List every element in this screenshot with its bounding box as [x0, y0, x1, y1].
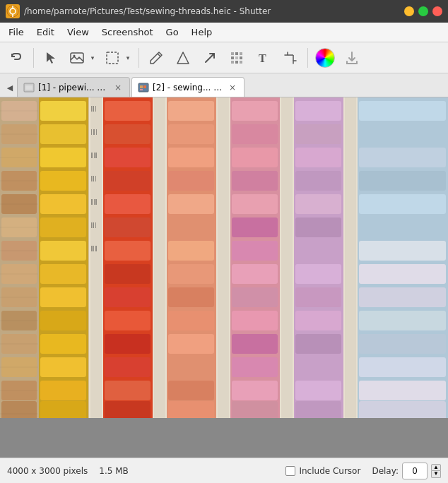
include-cursor-checkbox-wrapper[interactable]: Include Cursor	[285, 466, 360, 476]
svg-rect-104	[232, 357, 278, 377]
svg-rect-109	[295, 101, 341, 121]
crop-button[interactable]	[278, 46, 302, 70]
svg-rect-172	[95, 199, 97, 205]
svg-rect-50	[40, 217, 86, 237]
svg-rect-102	[232, 311, 278, 330]
select-type-button[interactable]: ▾	[101, 46, 134, 70]
include-cursor-checkbox[interactable]	[285, 466, 295, 476]
menu-edit[interactable]: Edit	[31, 25, 60, 40]
svg-rect-51	[40, 241, 86, 261]
svg-rect-120	[295, 357, 341, 377]
color-picker-button[interactable]	[313, 46, 337, 70]
svg-point-5	[73, 54, 76, 56]
svg-rect-26	[143, 85, 146, 88]
maximize-button[interactable]	[418, 6, 428, 16]
open-image-arrow-icon: ▾	[88, 46, 98, 70]
menu-go[interactable]: Go	[160, 25, 184, 40]
svg-rect-62	[105, 124, 151, 144]
svg-rect-125	[359, 101, 446, 121]
separator-1	[33, 48, 34, 68]
svg-rect-73	[105, 381, 151, 400]
delay-decrement-button[interactable]: ▼	[431, 471, 441, 478]
svg-rect-18	[240, 61, 242, 64]
svg-rect-106	[232, 401, 278, 418]
svg-rect-90	[168, 401, 214, 418]
svg-rect-16	[231, 61, 234, 64]
svg-rect-94	[232, 124, 278, 144]
svg-marker-8	[177, 52, 189, 64]
svg-rect-64	[105, 171, 151, 191]
svg-text:T: T	[259, 52, 266, 64]
svg-rect-79	[168, 148, 214, 167]
svg-rect-126	[359, 124, 446, 144]
svg-rect-103	[232, 334, 278, 354]
sewing-threads-image	[0, 97, 448, 418]
select-rect-icon	[102, 46, 123, 70]
arrow-tool-button[interactable]	[39, 46, 63, 70]
tab-2[interactable]: [2] - sewing... reads.heic ×	[131, 77, 244, 97]
menu-view[interactable]: View	[61, 25, 95, 40]
arrow-draw-button[interactable]	[198, 46, 222, 70]
export-button[interactable]	[340, 46, 364, 70]
menu-screenshot[interactable]: Screenshot	[96, 25, 159, 40]
svg-rect-80	[168, 171, 214, 191]
svg-rect-97	[232, 194, 278, 214]
svg-rect-56	[40, 357, 86, 377]
menu-file[interactable]: File	[3, 25, 30, 40]
svg-rect-112	[295, 171, 341, 191]
svg-rect-137	[359, 381, 446, 400]
delay-increment-button[interactable]: ▲	[431, 464, 441, 471]
delay-input[interactable]	[402, 463, 428, 479]
svg-rect-45	[40, 101, 86, 121]
text-button[interactable]: T	[252, 46, 276, 70]
tab-2-close[interactable]: ×	[227, 82, 238, 93]
svg-rect-117	[295, 287, 341, 307]
svg-rect-169	[95, 176, 96, 181]
svg-rect-128	[359, 171, 446, 191]
svg-rect-155	[218, 97, 229, 418]
svg-rect-55	[40, 334, 86, 354]
blur-button[interactable]	[225, 46, 249, 70]
svg-rect-82	[168, 217, 214, 237]
menubar: File Edit View Screenshot Go Help	[0, 23, 448, 42]
svg-rect-162	[93, 129, 95, 135]
svg-rect-133	[359, 287, 446, 307]
svg-rect-170	[91, 199, 93, 205]
titlebar: /home/parnote/Pictures/Test/sewing-threa…	[0, 0, 448, 23]
svg-rect-166	[95, 153, 97, 158]
shape-button[interactable]	[171, 46, 195, 70]
draw-button[interactable]	[144, 46, 168, 70]
menu-help[interactable]: Help	[186, 25, 218, 40]
select-type-arrow-icon: ▾	[123, 46, 133, 70]
open-image-button[interactable]: ▾	[66, 46, 98, 70]
svg-rect-118	[295, 311, 341, 330]
svg-rect-12	[240, 52, 242, 55]
open-image-icon	[66, 46, 88, 70]
svg-rect-178	[95, 246, 97, 251]
svg-rect-129	[359, 194, 446, 214]
minimize-button[interactable]	[404, 6, 414, 16]
svg-rect-47	[40, 148, 86, 167]
tab-1[interactable]: [1] - pipewi... conf1a.png ×	[17, 77, 130, 97]
app-icon	[6, 4, 20, 18]
svg-rect-116	[295, 264, 341, 284]
tab-1-label: [1] - pipewi... conf1a.png	[38, 83, 109, 93]
svg-rect-131	[359, 241, 446, 261]
svg-rect-57	[40, 381, 86, 400]
svg-rect-158	[91, 106, 92, 112]
rainbow-icon	[315, 48, 335, 68]
svg-rect-163	[96, 129, 97, 135]
tab-prev-button[interactable]: ◀	[4, 78, 16, 97]
svg-rect-156	[281, 97, 293, 418]
tab-2-label: [2] - sewing... reads.heic	[153, 83, 223, 93]
svg-rect-70	[105, 311, 151, 330]
svg-line-7	[158, 54, 160, 56]
svg-rect-160	[95, 106, 96, 112]
tab-1-close[interactable]: ×	[112, 82, 124, 93]
svg-rect-105	[232, 381, 278, 400]
undo-button[interactable]	[4, 46, 28, 70]
close-button[interactable]	[432, 6, 442, 16]
svg-rect-99	[232, 241, 278, 261]
svg-rect-168	[93, 176, 94, 181]
svg-rect-177	[93, 246, 94, 251]
